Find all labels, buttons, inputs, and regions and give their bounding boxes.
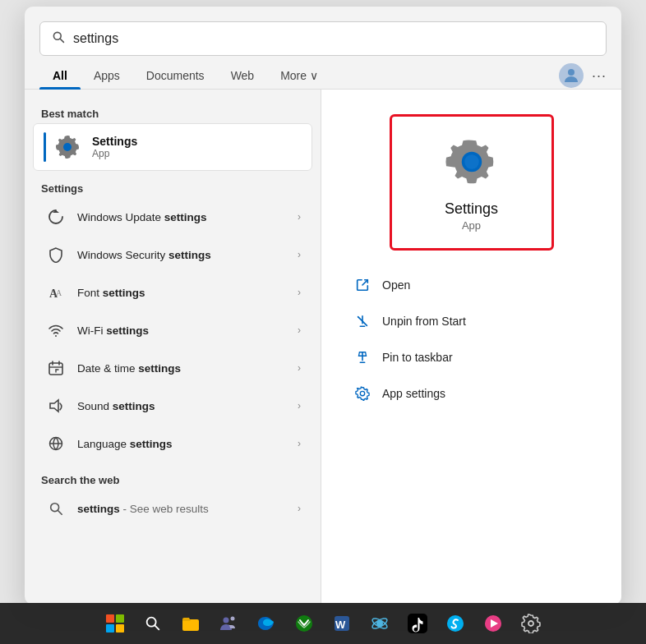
settings-item-sound[interactable]: Sound settings › [30, 387, 316, 425]
action-app-settings[interactable]: App settings [346, 375, 597, 412]
svg-point-4 [63, 143, 72, 151]
taskbar-xbox[interactable] [288, 607, 321, 640]
tab-documents[interactable]: Documents [133, 62, 218, 89]
language-label: Language settings [77, 438, 288, 450]
chevron-icon: › [298, 362, 301, 374]
best-match-text: Settings App [92, 135, 137, 159]
taskbar-teams[interactable] [212, 607, 245, 640]
font-label: Font settings [77, 287, 288, 299]
datetime-label: Date & time settings [77, 362, 288, 375]
chevron-icon: › [298, 438, 301, 449]
svg-rect-9 [49, 363, 62, 375]
svg-point-2 [568, 69, 574, 76]
settings-section-title: Settings [25, 171, 321, 198]
settings-item-windows-security[interactable]: Windows Security settings › [30, 236, 316, 274]
settings-item-font[interactable]: A A Font settings › [30, 274, 316, 311]
user-avatar[interactable] [559, 63, 584, 88]
datetime-icon [44, 356, 67, 380]
pin-taskbar-label: Pin to taskbar [382, 351, 453, 364]
app-settings-label: App settings [382, 387, 445, 400]
action-list: Open Unpin from Start [338, 267, 605, 412]
sound-label: Sound settings [77, 400, 288, 412]
search-icon [52, 30, 65, 47]
tab-more[interactable]: More ∨ [267, 62, 331, 89]
search-web-icon [44, 497, 67, 520]
svg-point-41 [447, 615, 464, 632]
svg-point-8 [55, 335, 57, 337]
sound-icon [44, 394, 67, 417]
taskbar-start-button[interactable] [99, 607, 132, 640]
taskbar-tiktok[interactable] [401, 607, 434, 640]
left-panel: Best match Settings App Settings [25, 90, 321, 605]
svg-marker-15 [50, 400, 58, 412]
language-icon [44, 432, 67, 455]
svg-line-1 [60, 39, 63, 42]
update-icon [44, 205, 67, 228]
open-label: Open [382, 278, 410, 292]
chevron-icon: › [298, 400, 301, 412]
action-open[interactable]: Open [346, 267, 597, 303]
web-search-text: settings - See web results [77, 503, 288, 515]
chevron-icon: › [298, 249, 301, 260]
settings-large-icon [443, 133, 501, 191]
svg-text:W: W [335, 619, 346, 631]
search-window: settings All Apps Documents Web More ∨ ·… [25, 7, 621, 605]
svg-point-21 [464, 154, 479, 169]
wifi-label: Wi-Fi settings [77, 324, 288, 337]
chevron-icon: › [298, 211, 301, 223]
content-area: Best match Settings App Settings [25, 90, 621, 605]
app-preview-box: Settings App [390, 114, 554, 251]
svg-rect-31 [182, 619, 199, 631]
taskbar-skype[interactable] [439, 607, 472, 640]
tab-web[interactable]: Web [218, 62, 268, 89]
web-query: settings [77, 503, 120, 515]
taskbar-search[interactable] [136, 607, 169, 640]
security-icon [44, 243, 67, 266]
best-match-type: App [92, 148, 137, 159]
search-bar[interactable]: settings [39, 21, 607, 56]
taskbar-settings[interactable] [514, 607, 547, 640]
right-panel: Settings App Open [321, 90, 621, 605]
best-match-item[interactable]: Settings App [33, 123, 312, 171]
settings-item-windows-update[interactable]: Windows Update settings › [30, 198, 316, 236]
chevron-icon: › [298, 287, 301, 298]
settings-item-wifi[interactable]: Wi-Fi settings › [30, 311, 316, 349]
chevron-icon: › [298, 503, 301, 514]
best-match-name: Settings [92, 135, 137, 148]
taskbar-galaxy[interactable] [363, 607, 396, 640]
chevron-icon: › [298, 324, 301, 336]
more-options-button[interactable]: ··· [592, 67, 607, 85]
best-match-title: Best match [25, 103, 321, 123]
right-app-type: App [462, 219, 481, 232]
tabs-right-actions: ··· [559, 63, 607, 88]
settings-app-icon [53, 132, 82, 162]
tab-all[interactable]: All [39, 62, 81, 89]
web-search-item[interactable]: settings - See web results › [30, 490, 316, 527]
svg-rect-40 [408, 614, 427, 633]
search-input[interactable]: settings [73, 31, 594, 46]
unpin-label: Unpin from Start [382, 315, 466, 328]
svg-point-34 [296, 615, 312, 632]
svg-point-44 [528, 621, 533, 626]
font-icon: A A [44, 281, 67, 304]
svg-point-33 [231, 617, 235, 621]
pin-icon [353, 347, 372, 367]
taskbar-file-explorer[interactable] [174, 607, 207, 640]
web-section-title: Search the web [25, 462, 321, 490]
svg-line-30 [155, 625, 159, 629]
taskbar-word[interactable]: W [325, 607, 358, 640]
action-pin-taskbar[interactable]: Pin to taskbar [346, 339, 597, 375]
tab-apps[interactable]: Apps [81, 62, 133, 89]
svg-text:A: A [56, 288, 62, 297]
unpin-icon [353, 311, 372, 331]
settings-item-language[interactable]: Language settings › [30, 425, 316, 462]
taskbar-edge[interactable] [250, 607, 283, 640]
action-unpin-start[interactable]: Unpin from Start [346, 303, 597, 339]
web-suffix: - See web results [120, 503, 209, 515]
settings-item-datetime[interactable]: Date & time settings › [30, 349, 316, 387]
taskbar-media-player[interactable] [477, 607, 510, 640]
open-icon [353, 275, 372, 295]
windows-update-label: Windows Update settings [77, 211, 288, 223]
tabs-bar: All Apps Documents Web More ∨ ··· [25, 56, 621, 90]
svg-point-28 [360, 391, 364, 395]
